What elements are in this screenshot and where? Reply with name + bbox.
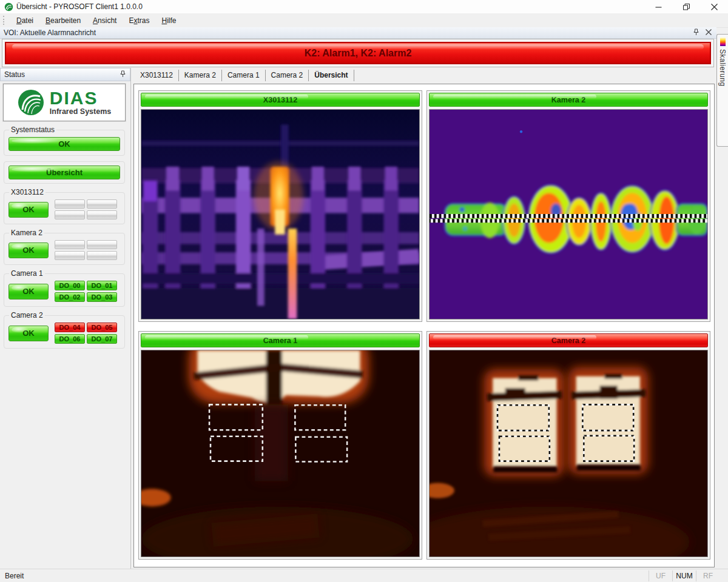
pin-icon[interactable] bbox=[693, 28, 699, 38]
group-label: Kamera 2 bbox=[9, 229, 44, 237]
panel-header-kamera2[interactable]: Kamera 2 bbox=[429, 93, 708, 107]
camera1-ok-button[interactable]: OK bbox=[8, 284, 49, 299]
output-indicator[interactable] bbox=[87, 199, 117, 209]
output-indicator[interactable] bbox=[87, 240, 117, 249]
tab-skalierung[interactable]: Skalierung bbox=[716, 34, 728, 147]
infrared-image-camera1[interactable] bbox=[141, 350, 420, 557]
group-label: X3013112 bbox=[9, 188, 46, 196]
camera2-ok-button[interactable]: OK bbox=[8, 326, 49, 341]
menu-bearbeiten[interactable]: Bearbeiten bbox=[39, 15, 87, 27]
menu-grip[interactable] bbox=[3, 16, 6, 25]
group-label: Camera 1 bbox=[9, 269, 45, 278]
output-indicator[interactable] bbox=[55, 210, 85, 219]
view-panel-x3013112: X3013112 bbox=[138, 90, 422, 322]
menu-hilfe[interactable]: Hilfe bbox=[156, 15, 183, 27]
window-title: Übersicht - PYROSOFT Client1 1.0.0.0 bbox=[16, 2, 143, 11]
do-01-button[interactable]: DO_01 bbox=[87, 281, 117, 290]
restore-button[interactable] bbox=[672, 0, 700, 13]
menu-ansicht[interactable]: Ansicht bbox=[87, 15, 123, 27]
status-panel-header: Status bbox=[0, 68, 130, 81]
group-label: Camera 2 bbox=[9, 311, 45, 319]
group-x3013112: X3013112 OK bbox=[4, 192, 125, 224]
indicator-rf: RF bbox=[696, 570, 720, 581]
output-indicator[interactable] bbox=[55, 240, 85, 249]
app-logo-icon bbox=[4, 2, 13, 12]
panel-header-camera2[interactable]: Camera 2 bbox=[429, 333, 708, 347]
dias-logo-icon bbox=[18, 89, 44, 116]
title-bar: Übersicht - PYROSOFT Client1 1.0.0.0 bbox=[0, 0, 728, 13]
systemstatus-ok-button[interactable]: OK bbox=[8, 137, 120, 151]
logo-subtitle: Infrared Systems bbox=[50, 108, 111, 116]
panel-header-x3013112[interactable]: X3013112 bbox=[141, 93, 420, 107]
output-indicator[interactable] bbox=[55, 251, 85, 260]
thermal-image-kamera2[interactable] bbox=[429, 109, 708, 319]
group-label: Systemstatus bbox=[9, 125, 56, 134]
close-button[interactable] bbox=[700, 0, 728, 13]
pin-icon[interactable] bbox=[120, 70, 126, 79]
output-indicator[interactable] bbox=[87, 210, 117, 219]
alarm-banner: K2: Alarm1, K2: Alarm2 bbox=[5, 42, 711, 64]
menu-datei[interactable]: Datei bbox=[10, 15, 39, 27]
minimize-button[interactable] bbox=[644, 0, 672, 13]
tab-camera-1[interactable]: Camera 1 bbox=[222, 70, 266, 81]
tab-x3013112[interactable]: X3013112 bbox=[135, 70, 179, 81]
output-indicator[interactable] bbox=[87, 251, 117, 260]
output-indicator[interactable] bbox=[55, 199, 85, 209]
view-panel-kamera2: Kamera 2 bbox=[426, 90, 710, 322]
close-panel-icon[interactable] bbox=[706, 28, 712, 37]
thermal-palette-icon bbox=[720, 37, 726, 46]
do-02-button[interactable]: DO_02 bbox=[55, 292, 85, 302]
alarm-message: K2: Alarm1, K2: Alarm2 bbox=[305, 48, 412, 59]
statusbar-ready: Bereit bbox=[5, 572, 24, 580]
dias-logo: DIAS Infrared Systems bbox=[3, 84, 126, 121]
group-systemstatus: Systemstatus OK bbox=[4, 130, 125, 156]
status-panel-title: Status bbox=[4, 70, 25, 79]
overview-button[interactable]: Übersicht bbox=[8, 166, 120, 179]
tab-camera-2[interactable]: Camera 2 bbox=[266, 70, 309, 81]
group-overview: Übersicht bbox=[4, 161, 125, 184]
view-panel-camera1: Camera 1 bbox=[138, 331, 422, 560]
logo-title: DIAS bbox=[50, 89, 111, 107]
alarm-panel-title: VOI: Aktuelle Alarmnachricht bbox=[4, 28, 96, 37]
thermal-image-x3013112[interactable] bbox=[141, 109, 420, 319]
skalierung-label: Skalierung bbox=[718, 49, 727, 87]
status-sidebar: Status DIAS Infrared Systems Systemstatu… bbox=[0, 68, 131, 569]
overview-viewport: X3013112 bbox=[133, 84, 715, 567]
tab-uebersicht[interactable]: Übersicht bbox=[309, 70, 354, 81]
indicator-uf: UF bbox=[649, 570, 672, 581]
do-07-button[interactable]: DO_07 bbox=[87, 334, 117, 344]
tab-kamera-2[interactable]: Kamera 2 bbox=[179, 70, 222, 81]
do-04-button[interactable]: DO_04 bbox=[55, 323, 85, 332]
menu-extras[interactable]: Extras bbox=[123, 15, 155, 27]
alarm-panel-header: VOI: Aktuelle Alarmnachricht bbox=[0, 27, 716, 39]
menu-bar: Datei Bearbeiten Ansicht Extras Hilfe bbox=[0, 13, 728, 28]
group-camera2: Camera 2 OK DO_04 DO_05 DO_06 DO_07 bbox=[4, 315, 125, 349]
group-camera1: Camera 1 OK DO_00 DO_01 DO_02 DO_03 bbox=[4, 273, 125, 307]
status-bar: Bereit UF NUM RF bbox=[0, 569, 728, 582]
view-tab-strip: X3013112 Kamera 2 Camera 1 Camera 2 Über… bbox=[135, 69, 354, 82]
view-panel-camera2: Camera 2 bbox=[426, 331, 710, 560]
do-03-button[interactable]: DO_03 bbox=[87, 292, 117, 302]
panel-header-camera1[interactable]: Camera 1 bbox=[141, 333, 420, 347]
do-05-button[interactable]: DO_05 bbox=[87, 323, 117, 332]
do-00-button[interactable]: DO_00 bbox=[55, 281, 85, 290]
group-kamera2: Kamera 2 OK bbox=[4, 233, 125, 265]
kamera2-ok-button[interactable]: OK bbox=[8, 242, 49, 258]
indicator-num: NUM bbox=[672, 570, 696, 581]
do-06-button[interactable]: DO_06 bbox=[55, 334, 85, 344]
x3013112-ok-button[interactable]: OK bbox=[8, 202, 49, 218]
infrared-image-camera2[interactable] bbox=[429, 350, 708, 557]
alarm-panel-body: K2: Alarm1, K2: Alarm2 bbox=[2, 39, 714, 67]
